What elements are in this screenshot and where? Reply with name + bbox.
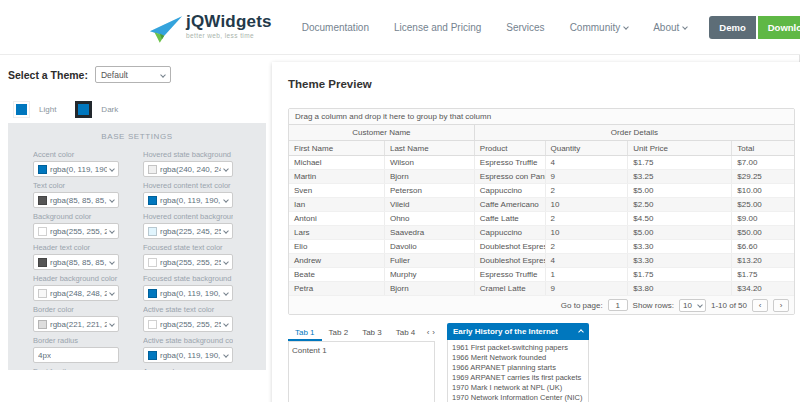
table-cell: Vileid — [385, 198, 475, 211]
nav-item-license-and-pricing[interactable]: License and Pricing — [394, 22, 481, 33]
tab-1[interactable]: Tab 1 — [288, 323, 322, 341]
field-active-state-text-color: Active state text colorrgba(255, 255, 25… — [143, 305, 233, 332]
table-cell: $10.00 — [732, 184, 794, 197]
table-row[interactable]: MichaelWilsonEspresso Truffle4$1.75$7.00 — [289, 156, 794, 170]
table-row[interactable]: LarsSaavedraCappuccino10$5.00$50.00 — [289, 226, 794, 240]
table-cell: $50.00 — [732, 226, 794, 239]
next-page-button[interactable]: › — [773, 299, 789, 312]
mode-tab-label: Dark — [101, 105, 118, 114]
base-settings-panel: BASE SETTINGS Accent colorrgba(0, 119, 1… — [8, 123, 266, 370]
color-swatch-icon — [148, 258, 157, 267]
field-background-color: Background colorrgba(255, 255, 255... — [33, 212, 119, 239]
table-cell: Martin — [289, 170, 385, 183]
grid-body: MichaelWilsonEspresso Truffle4$1.75$7.00… — [289, 156, 794, 296]
table-row[interactable]: SvenPetersonCappuccino2$5.00$10.00 — [289, 184, 794, 198]
expander-widget: Early History of the Internet 1961 First… — [447, 323, 589, 402]
table-cell: $3.30 — [628, 240, 732, 253]
group-header-cell-customer-name[interactable]: Customer Name — [289, 125, 475, 140]
tab-2[interactable]: Tab 2 — [322, 323, 356, 341]
grid-group-drop-zone[interactable]: Drag a column and drop it here to group … — [289, 109, 794, 125]
color-swatch-icon — [38, 320, 47, 329]
logo-title: jQWidgets — [186, 12, 272, 32]
tab-scroll-right-icon[interactable]: › — [432, 328, 435, 337]
table-row[interactable]: PetraBjornCramel Latte9$3.80$34.20 — [289, 282, 794, 296]
mode-tab-label: Light — [39, 105, 56, 114]
column-header-product[interactable]: Product — [475, 141, 546, 155]
column-header-last-name[interactable]: Last Name — [385, 141, 475, 155]
prev-page-button[interactable]: ‹ — [752, 299, 768, 312]
field-label: Hovered content text color — [143, 181, 233, 190]
show-rows-select[interactable]: 10 — [679, 299, 706, 312]
field-label: Focused state background color — [143, 274, 233, 283]
nav-item-documentation[interactable]: Documentation — [302, 22, 369, 33]
chevron-down-icon — [223, 228, 229, 234]
color-dropdown[interactable]: rgba(240, 240, 240... — [143, 161, 233, 177]
color-dropdown[interactable]: rgba(0, 119, 190, 1) — [143, 347, 233, 363]
table-cell: Caffe Latte — [475, 212, 546, 225]
table-row[interactable]: AntoniOhnoCaffe Latte2$4.50$9.00 — [289, 212, 794, 226]
field-hovered-state-background-color: Hovered state background colorrgba(240, … — [143, 150, 233, 177]
field-value: rgba(0, 119, 190, 1) — [160, 289, 221, 298]
page-range: 1-10 of 50 — [711, 301, 747, 310]
group-header-cell-order-details[interactable]: Order Details — [475, 125, 794, 140]
color-dropdown[interactable]: rgba(255, 255, 255... — [33, 223, 119, 239]
download-button[interactable]: Download — [758, 16, 800, 39]
table-cell: Beate — [289, 268, 385, 281]
color-dropdown[interactable]: rgba(0, 119, 190, 1) — [33, 161, 119, 177]
color-dropdown[interactable]: rgba(225, 245, 254... — [143, 223, 233, 239]
color-dropdown[interactable]: rgba(248, 248, 248... — [33, 285, 119, 301]
list-item[interactable]: 1966 Merit Network founded — [452, 353, 584, 363]
field-value: rgba(221, 221, 221... — [50, 320, 107, 329]
column-header-total[interactable]: Total — [732, 141, 794, 155]
field-font-family: Font family"Roboto", "Helvetica Neue", "… — [33, 367, 119, 370]
color-dropdown[interactable]: rgba(85, 85, 85, 1) — [33, 254, 119, 270]
color-dropdown[interactable]: rgba(221, 221, 221... — [33, 316, 119, 332]
mode-tab-light[interactable]: Light — [8, 95, 70, 123]
color-dropdown[interactable]: rgba(255, 255, 255... — [143, 254, 233, 270]
table-cell: Espresso Truffle — [475, 268, 546, 281]
column-header-first-name[interactable]: First Name — [289, 141, 385, 155]
tab-3[interactable]: Tab 3 — [355, 323, 389, 341]
nav-item-services[interactable]: Services — [506, 22, 544, 33]
table-cell: $4.50 — [628, 212, 732, 225]
field-arrow-color: Arrow colordark — [143, 367, 233, 370]
nav-item-community[interactable]: Community — [570, 22, 629, 33]
color-swatch-icon — [38, 258, 47, 267]
color-dropdown[interactable]: rgba(255, 255, 255... — [143, 316, 233, 332]
column-header-quantity[interactable]: Quantity — [546, 141, 629, 155]
page-input[interactable] — [608, 299, 628, 311]
table-row[interactable]: IanVileidCaffe Americano10$2.50$25.00 — [289, 198, 794, 212]
column-header-unit-price[interactable]: Unit Price — [628, 141, 732, 155]
list-item[interactable]: 1970 Network Information Center (NIC) — [452, 393, 584, 402]
text-input[interactable]: 4px — [33, 347, 119, 363]
field-value: 4px — [38, 351, 51, 360]
expander-header[interactable]: Early History of the Internet — [447, 323, 589, 340]
table-row[interactable]: MartinBjornEspresso con Panna9$3.25$29.2… — [289, 170, 794, 184]
list-item[interactable]: 1970 Mark I network at NPL (UK) — [452, 383, 584, 393]
dark-theme-swatch-icon — [75, 101, 92, 118]
chevron-down-icon — [160, 72, 166, 78]
list-item[interactable]: 1969 ARPANET carries its first packets — [452, 373, 584, 383]
list-item[interactable]: 1966 ARPANET planning starts — [452, 363, 584, 373]
chevron-down-icon — [223, 290, 229, 296]
table-row[interactable]: ElioDavolioDoubleshot Espresso2$3.30$6.6… — [289, 240, 794, 254]
tab-4[interactable]: Tab 4 — [389, 323, 423, 341]
color-dropdown[interactable]: rgba(0, 119, 190, 1) — [143, 285, 233, 301]
color-dropdown[interactable]: rgba(85, 85, 85, 1) — [33, 192, 119, 208]
preview-title: Theme Preview — [288, 77, 796, 91]
color-dropdown[interactable]: rgba(0, 119, 190, 1) — [143, 192, 233, 208]
theme-select[interactable]: Default — [95, 66, 171, 83]
nav-item-about[interactable]: About — [653, 22, 687, 33]
table-cell: Elio — [289, 240, 385, 253]
tab-scroll-left-icon[interactable]: ‹ — [427, 328, 430, 337]
demo-button[interactable]: Demo — [709, 16, 755, 39]
theme-preview-card: Theme Preview Drag a column and drop it … — [272, 62, 800, 402]
list-item[interactable]: 1961 First packet-switching papers — [452, 343, 584, 353]
mode-tab-dark[interactable]: Dark — [70, 95, 132, 123]
table-row[interactable]: AndrewFullerDoubleshot Espresso4$3.30$13… — [289, 254, 794, 268]
app-logo[interactable]: jQWidgets better web, less time — [150, 12, 272, 43]
table-row[interactable]: BeateMurphyEspresso Truffle1$1.75$1.75 — [289, 268, 794, 282]
chevron-down-icon — [109, 197, 115, 203]
site-header: jQWidgets better web, less time Document… — [0, 0, 800, 55]
table-cell: 10 — [546, 198, 629, 211]
